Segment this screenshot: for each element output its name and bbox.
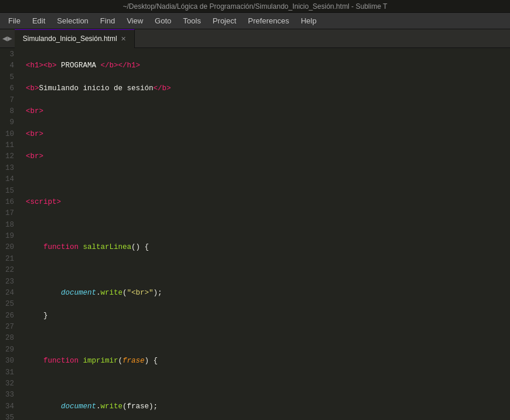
line-num: 23 [5,276,14,288]
code-line: <script> [26,197,510,208]
code-line [26,220,510,231]
menu-selection[interactable]: Selection [51,15,94,27]
code-line: <br> [26,151,510,162]
line-num: 15 [5,186,14,197]
line-num: 7 [5,95,14,106]
code-line [26,378,510,390]
menu-tools[interactable]: Tools [177,15,206,27]
menu-file[interactable]: File [2,15,26,27]
tab-label: Simulando_Inicio_Sesión.html [23,35,117,43]
tab-scroll-arrows[interactable]: ◀▶ [0,33,15,43]
editor-area: 3 4 5 6 7 8 9 10 11 12 13 14 15 16 17 18… [0,48,510,420]
line-num: 28 [5,333,14,344]
line-num: 20 [5,242,14,253]
menu-bar: File Edit Selection Find View Goto Tools… [0,13,510,29]
line-num: 9 [5,117,14,128]
title-bar: ~/Desktop/Nadia/Lógica de Programación/S… [0,0,510,13]
code-line: <br> [26,129,510,140]
menu-goto[interactable]: Goto [149,15,177,27]
line-num: 11 [5,140,14,151]
tab-close-icon[interactable]: ✕ [121,36,126,42]
menu-view[interactable]: View [121,15,149,27]
tab-bar: ◀▶ Simulando_Inicio_Sesión.html ✕ [0,29,510,48]
code-line: <b>Simulando inicio de sesión</b> [26,83,510,94]
line-numbers: 3 4 5 6 7 8 9 10 11 12 13 14 15 16 17 18… [0,48,21,420]
line-num: 14 [5,174,14,185]
menu-edit[interactable]: Edit [26,15,51,27]
code-line [26,174,510,185]
code-line: function saltarLinea() { [26,242,510,253]
line-num: 4 [5,60,14,71]
code-line: <br> [26,106,510,117]
line-num: 26 [5,310,14,322]
line-num: 35 [5,412,14,420]
line-num: 24 [5,288,14,299]
menu-project[interactable]: Project [207,15,242,27]
line-num: 10 [5,129,14,140]
menu-find[interactable]: Find [94,15,121,27]
line-num: 27 [5,322,14,333]
line-num: 25 [5,299,14,310]
menu-preferences[interactable]: Preferences [242,15,295,27]
line-num: 22 [5,265,14,276]
line-num: 19 [5,231,14,242]
line-num: 16 [5,197,14,208]
line-num: 29 [5,344,14,356]
line-num: 21 [5,254,14,265]
code-line: document.write("<br>"); [26,288,510,299]
line-num: 33 [5,390,14,401]
menu-help[interactable]: Help [295,15,322,27]
code-line: <h1><b> PROGRAMA </b></h1> [26,60,510,71]
line-num: 12 [5,151,14,162]
line-num: 34 [5,401,14,412]
line-num: 3 [5,49,14,60]
code-line [26,265,510,276]
line-num: 13 [5,163,14,174]
line-num: 5 [5,72,14,83]
code-line: function imprimir(frase) { [26,356,510,367]
line-num: 8 [5,106,14,117]
line-num: 18 [5,220,14,231]
line-num: 6 [5,83,14,94]
code-editor[interactable]: <h1><b> PROGRAMA </b></h1> <b>Simulando … [21,48,510,420]
code-line: } [26,310,510,322]
window-title: ~/Desktop/Nadia/Lógica de Programación/S… [123,2,387,11]
line-num: 31 [5,367,14,378]
code-line: document.write(frase); [26,401,510,412]
code-line [26,333,510,344]
line-num: 17 [5,208,14,219]
tab-simulando[interactable]: Simulando_Inicio_Sesión.html ✕ [15,29,135,48]
line-num: 32 [5,378,14,390]
line-num: 30 [5,356,14,367]
